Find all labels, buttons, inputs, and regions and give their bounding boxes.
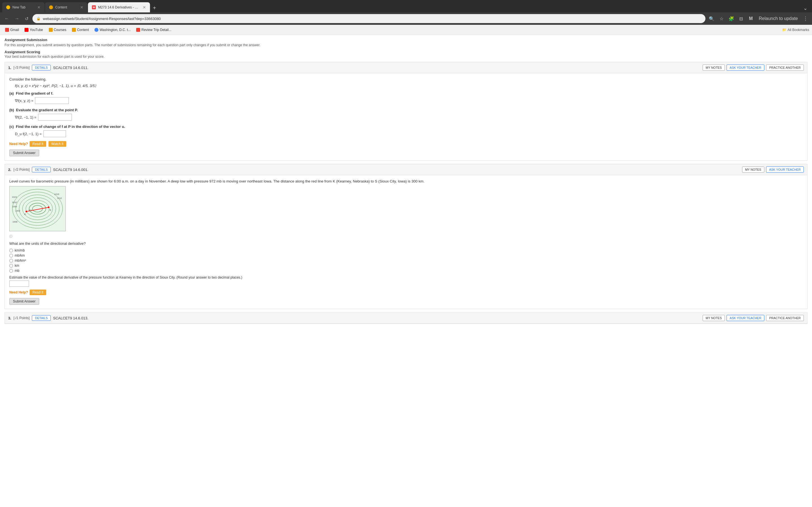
q3-practice-another-button[interactable]: PRACTICE ANOTHER	[766, 315, 804, 321]
svg-point-18	[48, 207, 50, 208]
bookmark-button[interactable]: ☆	[718, 15, 725, 22]
extension-button[interactable]: 🧩	[727, 15, 735, 22]
q1-part-b-math-label: ∇f(2, −1, 1) =	[15, 115, 36, 119]
q2-ask-teacher-button[interactable]: ASK YOUR TEACHER	[766, 166, 804, 173]
q1-number: 1.	[8, 66, 11, 70]
map-info-icon[interactable]: ⓘ	[9, 235, 12, 238]
q3-code: SCALCET9 14.6.013.	[53, 316, 88, 320]
q1-my-notes-button[interactable]: MY NOTES	[703, 64, 725, 71]
washington-favicon	[94, 28, 98, 32]
svg-text:1024: 1024	[12, 196, 17, 198]
q1-part-b-input[interactable]	[38, 114, 72, 121]
tab-new-tab[interactable]: New Tab ✕	[2, 2, 45, 12]
tab-menu-button[interactable]: ⌄	[801, 4, 810, 12]
tab-close-2[interactable]: ✕	[80, 5, 84, 10]
q1-part-c-input-row: D_u f(2, −1, 1) =	[15, 130, 803, 137]
q1-read-it-button[interactable]: Read It	[30, 141, 46, 147]
q1-submit-button[interactable]: Submit Answer	[9, 150, 39, 156]
q2-radio-km-mb-label: km/mb	[15, 248, 25, 252]
contour-map: 1024 1016 1008 1002 1008 1016 1012 972 K…	[9, 186, 66, 231]
review-favicon	[136, 28, 140, 32]
svg-text:1002: 1002	[15, 210, 20, 212]
address-text: webassign.net/web/Student/Assignment-Res…	[43, 17, 702, 21]
q1-part-a-input[interactable]	[35, 97, 69, 104]
q2-estimate-input[interactable]	[9, 281, 29, 287]
svg-text:1008: 1008	[12, 205, 17, 208]
q1-part-c: (c) Find the rate of change of f at P in…	[9, 124, 803, 137]
bookmark-washington[interactable]: Washington, D.C. t...	[92, 27, 133, 33]
q2-submit-button[interactable]: Submit Answer	[9, 298, 39, 305]
q1-part-b-label: (b) Evaluate the gradient at the point P…	[9, 108, 803, 112]
courses-favicon	[49, 28, 53, 32]
new-tab-button[interactable]: +	[151, 4, 158, 12]
q3-ask-teacher-button[interactable]: ASK YOUR TEACHER	[726, 315, 764, 321]
bookmark-gmail-label: Gmail	[10, 28, 19, 32]
svg-text:1016: 1016	[54, 193, 59, 195]
q2-body-text: Level curves for barometric pressure (in…	[9, 179, 803, 183]
back-button[interactable]: ←	[3, 15, 11, 22]
toolbar-icons: 🔍 ☆ 🧩 ⊟ M Relaunch to update ⋮	[708, 14, 809, 23]
all-bookmarks[interactable]: 📁 All Bookmarks	[782, 28, 809, 32]
assignment-submission-text: For this assignment, you submit answers …	[4, 43, 808, 47]
q1-practice-another-button[interactable]: PRACTICE ANOTHER	[766, 64, 804, 71]
bookmark-content[interactable]: Content	[70, 27, 91, 33]
q2-radio-mb-km-label: mb/km	[15, 253, 25, 258]
tab-close-1[interactable]: ✕	[37, 5, 41, 10]
forward-button[interactable]: →	[13, 15, 21, 22]
page-content: Assignment Submission For this assignmen…	[0, 35, 812, 327]
q1-part-c-input[interactable]	[43, 130, 66, 137]
sidebar-button[interactable]: ⊟	[738, 15, 744, 22]
q1-watch-it-button[interactable]: Watch It	[49, 141, 66, 147]
q2-radio-mb-label: mb	[15, 269, 19, 273]
q2-radio-km-mb-input[interactable]	[9, 249, 13, 252]
svg-text:S: S	[49, 209, 51, 211]
tab-assignment[interactable]: W M273 14.6 Derivatives - MAT ✕	[88, 2, 150, 12]
tab-content[interactable]: Content ✕	[45, 2, 87, 12]
search-button[interactable]: 🔍	[708, 15, 716, 22]
reload-button[interactable]: ↺	[23, 15, 30, 22]
relaunch-button[interactable]: Relaunch to update	[758, 15, 799, 22]
q2-read-it-button[interactable]: Read It	[30, 290, 46, 295]
svg-text:1012: 1012	[57, 197, 62, 200]
q3-points: [-/1 Points]	[13, 316, 30, 320]
q3-my-notes-button[interactable]: MY NOTES	[703, 315, 725, 321]
q2-radio-mb-km2-input[interactable]	[9, 259, 13, 263]
q1-part-a-text: Find the gradient of f.	[16, 91, 53, 96]
bookmark-courses[interactable]: Courses	[47, 27, 69, 33]
tab-close-3[interactable]: ✕	[143, 5, 146, 10]
menu-button[interactable]: ⋮	[802, 14, 809, 23]
q1-part-a-math-label: ∇f(x, y, z) =	[15, 99, 33, 103]
q2-radio-mb-km-input[interactable]	[9, 254, 13, 258]
q2-my-notes-button[interactable]: MY NOTES	[742, 166, 764, 173]
q1-ask-teacher-button[interactable]: ASK YOUR TEACHER	[726, 64, 764, 71]
q2-details-button[interactable]: DETAILS	[32, 167, 51, 172]
q1-part-b-text: Evaluate the gradient at the point P.	[16, 108, 78, 112]
svg-text:1008: 1008	[12, 221, 17, 223]
q2-body: Level curves for barometric pressure (in…	[5, 175, 807, 309]
tab-bar: New Tab ✕ Content ✕ W M273 14.6 Derivati…	[0, 0, 812, 12]
address-box[interactable]: 🔒 webassign.net/web/Student/Assignment-R…	[33, 14, 705, 23]
bookmark-review[interactable]: Review Trip Detail...	[134, 27, 174, 33]
q3-details-button[interactable]: DETAILS	[32, 315, 51, 321]
bookmark-courses-label: Courses	[54, 28, 66, 32]
profile-button[interactable]: M	[747, 15, 755, 22]
bookmark-gmail[interactable]: Gmail	[3, 27, 21, 33]
all-bookmarks-label: All Bookmarks	[788, 28, 809, 32]
q1-code: SCALCET9 14.6.011.	[53, 66, 88, 70]
youtube-favicon	[24, 28, 29, 32]
q2-actions: MY NOTES ASK YOUR TEACHER	[742, 166, 804, 173]
gmail-favicon	[5, 28, 9, 32]
q2-estimate-section: Estimate the value of the directional de…	[9, 276, 803, 287]
q1-part-c-label: (c) Find the rate of change of f at P in…	[9, 124, 803, 129]
bookmarks-bar: Gmail YouTube Courses Content Washington…	[0, 25, 812, 35]
bookmark-youtube[interactable]: YouTube	[22, 27, 45, 33]
tab-favicon-2	[49, 5, 53, 9]
tab-title-2: Content	[55, 5, 78, 9]
bookmark-review-label: Review Trip Detail...	[141, 28, 171, 32]
q1-details-button[interactable]: DETAILS	[32, 65, 51, 70]
tab-favicon-1	[6, 5, 10, 9]
q2-radio-km-input[interactable]	[9, 264, 13, 268]
q1-part-c-text: Find the rate of change of f at P in the…	[16, 124, 125, 129]
q2-radio-mb-input[interactable]	[9, 269, 13, 273]
q2-need-help: Need Help? Read It	[9, 290, 803, 295]
